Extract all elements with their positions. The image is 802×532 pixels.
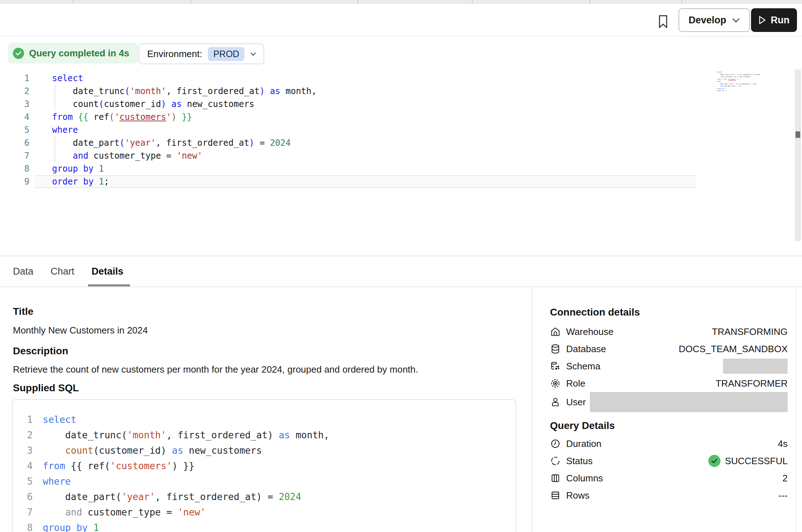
row-value: 2 bbox=[783, 473, 788, 484]
row-value: TRANSFORMER bbox=[715, 378, 788, 389]
query-status-text: Query completed in 4s bbox=[29, 48, 129, 59]
code-text: select bbox=[33, 412, 76, 428]
results-tab-bar: DataChartDetails bbox=[0, 256, 802, 287]
line-number: 7 bbox=[13, 505, 33, 520]
browser-tab-strip bbox=[0, 0, 802, 4]
row-label: Warehouse bbox=[566, 326, 614, 337]
line-number: 9 bbox=[0, 175, 34, 188]
tab-chart[interactable]: Chart bbox=[51, 256, 74, 286]
code-line[interactable]: 9order by 1; bbox=[0, 175, 802, 188]
row-value: SUCCESSFUL bbox=[708, 455, 788, 467]
detail-row-rows: Rows--- bbox=[550, 487, 788, 504]
row-value bbox=[590, 392, 788, 412]
detail-row-user: User bbox=[550, 392, 788, 412]
code-line[interactable]: 2 date_trunc('month', first_ordered_at) … bbox=[13, 428, 516, 443]
row-label: User bbox=[566, 397, 586, 408]
code-line[interactable]: 6 date_part('year', first_ordered_at) = … bbox=[13, 489, 516, 505]
row-value bbox=[723, 359, 788, 374]
ref-customers-link[interactable]: customers bbox=[120, 112, 166, 122]
connection-panel: Connection details WarehouseTRANSFORMING… bbox=[532, 288, 797, 532]
row-value: DOCS_TEAM_SANDBOX bbox=[679, 344, 788, 355]
tab-data[interactable]: Data bbox=[13, 256, 33, 286]
rows-icon bbox=[550, 490, 561, 501]
sql-editor[interactable]: 1select2 date_trunc('month', first_order… bbox=[0, 68, 802, 256]
code-line[interactable]: 1select bbox=[0, 72, 802, 85]
code-text: date_trunc('month', first_ordered_at) as… bbox=[33, 428, 329, 443]
code-text: count(customer_id) as new_customers bbox=[33, 443, 262, 458]
detail-row-status: StatusSUCCESSFUL bbox=[550, 452, 788, 470]
query-details-heading: Query Details bbox=[550, 420, 615, 431]
code-text: date_part('year', first_ordered_at) = 20… bbox=[33, 489, 301, 505]
develop-button[interactable]: Develop bbox=[679, 8, 750, 32]
line-number: 5 bbox=[13, 474, 33, 489]
editor-minimap[interactable]: select date_trunc('month', first_ordered… bbox=[717, 71, 767, 92]
redacted-value bbox=[723, 359, 788, 374]
detail-row-role: RoleTRANSFORMER bbox=[550, 375, 788, 392]
code-line[interactable]: 5where bbox=[13, 474, 516, 489]
chevron-down-icon bbox=[250, 52, 256, 56]
role-icon bbox=[550, 378, 561, 389]
line-number: 4 bbox=[0, 111, 34, 123]
editor-code-area[interactable]: 1select2 date_trunc('month', first_order… bbox=[0, 72, 802, 188]
query-status-badge: Query completed in 4s bbox=[8, 43, 138, 64]
success-check-icon bbox=[708, 455, 721, 467]
tab-divider bbox=[73, 0, 74, 3]
code-text: group by 1 bbox=[34, 162, 696, 175]
row-value: --- bbox=[778, 490, 788, 501]
editor-scrollbar-track[interactable] bbox=[795, 70, 801, 241]
connection-rows: WarehouseTRANSFORMINGDatabaseDOCS_TEAM_S… bbox=[550, 323, 788, 412]
detail-row-database: DatabaseDOCS_TEAM_SANDBOX bbox=[550, 340, 788, 358]
code-line[interactable]: 7 and customer_type = 'new' bbox=[0, 149, 802, 162]
run-button[interactable]: Run bbox=[751, 8, 797, 32]
toolbar: Develop Run bbox=[0, 4, 802, 37]
line-number: 2 bbox=[0, 85, 34, 98]
code-line[interactable]: 3 count(customer_id) as new_customers bbox=[0, 98, 802, 111]
row-label: Schema bbox=[566, 361, 600, 372]
code-text: count(customer_id) as new_customers bbox=[34, 98, 696, 111]
tab-divider bbox=[472, 0, 473, 3]
bookmark-icon[interactable] bbox=[656, 13, 670, 30]
code-line[interactable]: 8group by 1 bbox=[0, 162, 802, 175]
description-value: Retrieve the count of new customers per … bbox=[13, 364, 418, 375]
environment-dropdown[interactable]: Environment: PROD bbox=[139, 43, 264, 64]
code-line[interactable]: 5where bbox=[0, 123, 802, 136]
tab-details[interactable]: Details bbox=[92, 256, 123, 286]
row-label: Rows bbox=[566, 490, 589, 501]
line-number: 3 bbox=[13, 443, 33, 458]
line-number: 2 bbox=[13, 428, 33, 443]
code-line[interactable]: 6 date_part('year', first_ordered_at) = … bbox=[0, 136, 802, 149]
tab-divider bbox=[589, 0, 590, 3]
title-value: Monthly New Customers in 2024 bbox=[13, 325, 148, 336]
code-text: date_trunc('month', first_ordered_at) as… bbox=[34, 85, 696, 98]
code-line[interactable]: 1select bbox=[13, 412, 516, 428]
develop-button-label: Develop bbox=[689, 15, 726, 26]
editor-scrollbar-thumb[interactable] bbox=[796, 131, 800, 138]
code-line[interactable]: 2 date_trunc('month', first_ordered_at) … bbox=[0, 85, 802, 98]
code-text: where bbox=[33, 474, 71, 489]
code-line[interactable]: 4from {{ ref('customers') }} bbox=[0, 111, 802, 123]
play-icon bbox=[759, 16, 766, 24]
redacted-value bbox=[590, 392, 788, 412]
chevron-down-icon bbox=[732, 18, 740, 23]
environment-label: Environment: bbox=[147, 48, 202, 60]
detail-row-duration: Duration4s bbox=[550, 435, 788, 452]
code-line[interactable]: 7 and customer_type = 'new' bbox=[13, 505, 516, 520]
code-line[interactable]: 8group by 1 bbox=[13, 520, 516, 532]
code-text: order by 1; bbox=[34, 175, 696, 188]
row-label: Status bbox=[566, 456, 593, 467]
success-check-icon bbox=[13, 48, 24, 59]
code-line[interactable]: 3 count(customer_id) as new_customers bbox=[13, 443, 516, 458]
supplied-sql-block: 1select2 date_trunc('month', first_order… bbox=[12, 399, 516, 532]
run-button-label: Run bbox=[771, 15, 789, 26]
environment-value-pill: PROD bbox=[208, 47, 244, 61]
tab-divider bbox=[190, 0, 191, 3]
row-label: Database bbox=[566, 344, 606, 355]
title-heading: Title bbox=[13, 306, 33, 317]
code-line[interactable]: 4from {{ ref('customers') }} bbox=[13, 458, 516, 474]
code-text: select bbox=[34, 72, 696, 85]
line-number: 8 bbox=[13, 520, 33, 532]
code-text: and customer_type = 'new' bbox=[33, 505, 206, 520]
user-icon bbox=[550, 397, 561, 407]
connection-details-heading: Connection details bbox=[550, 307, 640, 318]
code-text: group by 1 bbox=[33, 520, 99, 532]
